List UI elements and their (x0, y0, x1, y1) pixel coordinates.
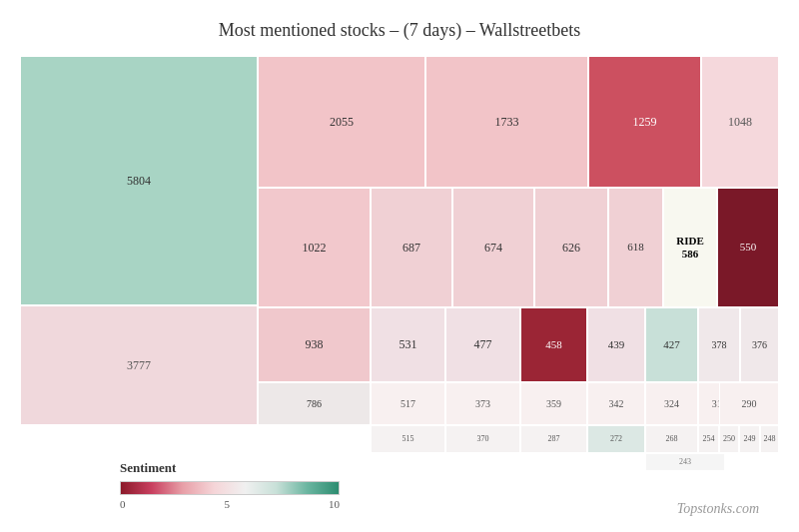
legend-max: 10 (329, 498, 340, 510)
treemap-cell: 272 (587, 425, 645, 453)
treemap-cell: 687 (371, 188, 452, 307)
treemap-cell: 550 (717, 188, 779, 307)
cell-value: 243 (679, 457, 691, 467)
cell-value: 427 (663, 338, 680, 351)
cell-value: 324 (664, 398, 679, 410)
cell-value: 5804 (127, 174, 151, 188)
treemap-cell: 324 (645, 382, 698, 425)
cell-value: 2055 (330, 115, 354, 129)
treemap-cell: 268 (645, 425, 698, 453)
treemap-cell: 250 (719, 425, 739, 453)
treemap-cell: 1259 (588, 56, 701, 188)
treemap-cell: RIDE586 (663, 188, 717, 307)
treemap-cell: 378 (698, 307, 740, 382)
cell-value: 550 (740, 241, 757, 254)
cell-value: 477 (474, 337, 492, 351)
cell-value: 1048 (728, 115, 752, 129)
treemap-cell: 626 (534, 188, 608, 307)
treemap-cell: 515 (371, 425, 445, 453)
cell-value: 250 (723, 434, 735, 444)
chart-container: Most mentioned stocks – (7 days) – Walls… (0, 0, 799, 532)
treemap-cell: 2055 (258, 56, 425, 188)
treemap-cell: 1733 (425, 56, 588, 188)
cell-value: 373 (475, 398, 490, 410)
treemap-cell: 1022 (258, 188, 371, 307)
treemap-cell: 439 (587, 307, 645, 382)
treemap-cell: 786 (258, 382, 371, 425)
cell-value: 626 (562, 241, 580, 255)
cell-value: 370 (477, 434, 489, 444)
treemap-cell: 254 (698, 425, 719, 453)
cell-value: 272 (610, 434, 622, 444)
legend-area: Sentiment 0 5 10 (60, 448, 400, 522)
cell-value: 378 (712, 339, 727, 351)
cell-value: 359 (546, 398, 561, 410)
cell-value: 938 (306, 337, 324, 351)
cell-value: 1022 (303, 241, 327, 255)
cell-value: 1733 (495, 115, 519, 129)
cell-value: 290 (742, 398, 757, 410)
treemap-cell: 373 (445, 382, 520, 425)
treemap-cell: 427 (645, 307, 698, 382)
treemap-cell: 376 (740, 307, 779, 382)
cell-value: 376 (752, 339, 767, 351)
cell-value: 268 (666, 434, 678, 444)
legend-labels: 0 5 10 (120, 498, 340, 510)
treemap-cell: 5804 (20, 56, 258, 305)
cell-value: 342 (609, 398, 624, 410)
watermark: Topstonks.com (677, 501, 769, 522)
treemap-cell: 1048 (701, 56, 779, 188)
cell-value: 3777 (127, 358, 151, 372)
legend-mid: 5 (225, 498, 231, 510)
treemap-cell: 458 (520, 307, 587, 382)
treemap-cell: 531 (371, 307, 445, 382)
cell-value: 249 (744, 434, 756, 444)
cell-value: 687 (402, 241, 420, 255)
treemap-cell: 359 (520, 382, 587, 425)
treemap-cell: 248 (760, 425, 779, 453)
treemap-cell: 290 (719, 382, 779, 425)
treemap-cell: 3777 (20, 305, 258, 425)
cell-value: 458 (545, 338, 562, 351)
cell-value: 618 (627, 241, 644, 254)
legend-min: 0 (120, 498, 126, 510)
treemap-cell: 938 (258, 307, 371, 382)
treemap-area: 5804377720551733125910481022938786687674… (20, 56, 779, 443)
treemap-cell: 249 (739, 425, 760, 453)
legend-gradient (120, 481, 340, 495)
treemap-cell: 517 (371, 382, 445, 425)
cell-value: 786 (307, 398, 322, 410)
legend-title: Sentiment (120, 460, 176, 476)
cell-value: RIDE586 (676, 235, 704, 261)
chart-title: Most mentioned stocks – (7 days) – Walls… (20, 10, 779, 56)
cell-value: 515 (402, 434, 414, 444)
treemap-cell: 287 (520, 425, 587, 453)
treemap-cell: 342 (587, 382, 645, 425)
cell-value: 674 (484, 241, 502, 255)
treemap-cell: 674 (452, 188, 534, 307)
cell-value: 517 (400, 398, 415, 410)
treemap-cell: 243 (645, 453, 725, 471)
cell-value: 254 (703, 434, 715, 444)
cell-value: 1259 (633, 115, 657, 129)
treemap-cell: 370 (445, 425, 520, 453)
cell-value: 248 (764, 434, 776, 444)
cell-value: 287 (548, 434, 560, 444)
cell-value: 439 (608, 338, 625, 351)
treemap-cell: 477 (445, 307, 520, 382)
treemap-cell: 618 (608, 188, 663, 307)
cell-value: 531 (400, 337, 417, 351)
